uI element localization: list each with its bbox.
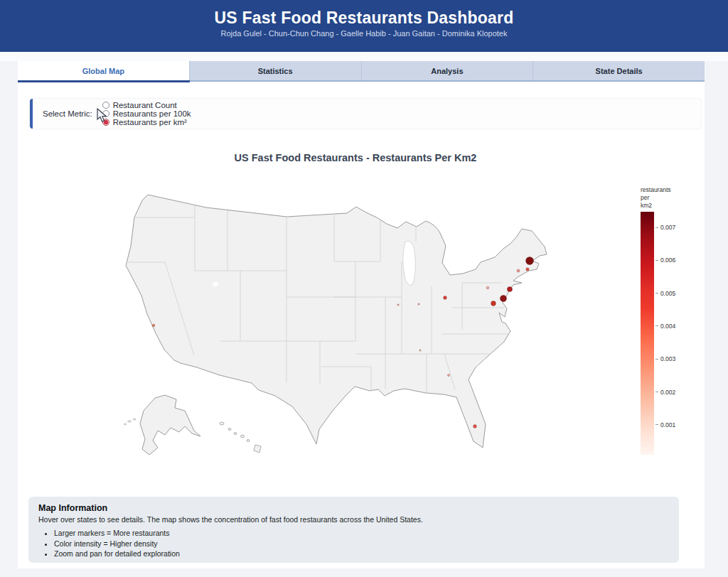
us-map-chart[interactable] xyxy=(121,176,629,469)
colorbar-tick: 0.003 xyxy=(655,355,675,362)
map-information-description: Hover over states to see details. The ma… xyxy=(38,515,669,524)
colorbar-tick: 0.006 xyxy=(655,257,675,264)
radio-unselected-icon[interactable] xyxy=(102,102,109,109)
colorbar-tick: 0.007 xyxy=(655,224,675,231)
tab-state-details[interactable]: State Details xyxy=(533,61,705,80)
map-information-title: Map Information xyxy=(38,503,669,513)
radio-label: Restaurants per 100k xyxy=(113,109,191,118)
colorbar-title-line: km2 xyxy=(641,202,671,210)
map-chart-title: US Fast Food Restaurants - Restaurants P… xyxy=(92,152,619,163)
marker-maryland-dc[interactable] xyxy=(491,301,496,306)
metric-selector: Select Metric: Restaurant CountRestauran… xyxy=(30,99,701,129)
colorbar-tick: 0.001 xyxy=(655,421,675,428)
marker-massachusetts-boston[interactable] xyxy=(526,257,534,265)
colorbar-gradient xyxy=(641,212,654,455)
great-salt-lake xyxy=(213,282,218,286)
dashboard-authors: Rojda Gulel - Chun-Chun Chang - Gaelle H… xyxy=(0,29,728,38)
colorbar-title: restaurantsperkm2 xyxy=(641,186,671,210)
map-info-bullet: Zoom and pan for detailed exploration xyxy=(54,549,669,558)
marker-connecticut[interactable] xyxy=(517,269,520,272)
map-info-bullet: Larger markers = More restaurants xyxy=(54,529,669,537)
hawaii-islands[interactable] xyxy=(220,422,261,453)
tab-statistics[interactable]: Statistics xyxy=(190,61,362,80)
us-map-outline[interactable] xyxy=(126,195,547,448)
radio-unselected-icon[interactable] xyxy=(102,110,109,117)
marker-ohio[interactable] xyxy=(444,296,447,300)
map-information-panel: Map Information Hover over states to see… xyxy=(28,497,679,563)
colorbar-tick: 0.002 xyxy=(655,389,675,396)
marker-georgia[interactable] xyxy=(448,374,450,377)
marker-illinois[interactable] xyxy=(397,304,399,306)
radio-label: Restaurants per km² xyxy=(113,118,187,126)
marker-pennsylvania[interactable] xyxy=(486,286,489,289)
colorbar-tick: 0.004 xyxy=(655,323,675,330)
aleutian-islands xyxy=(124,419,136,425)
colorbar-title-line: restaurants xyxy=(641,186,671,194)
radio-label: Restaurant Count xyxy=(113,101,177,109)
metric-radio-group: Restaurant CountRestaurants per 100kRest… xyxy=(102,101,203,126)
map-info-bullet: Color intensity = Higher density xyxy=(54,539,669,548)
marker-rhode-island[interactable] xyxy=(526,268,529,271)
marker-new-jersey[interactable] xyxy=(500,295,506,301)
marker-tennessee[interactable] xyxy=(419,350,421,351)
marker-california[interactable] xyxy=(152,324,155,327)
colorbar-tick: 0.005 xyxy=(655,290,675,297)
marker-indiana[interactable] xyxy=(418,303,419,305)
radio-restaurants-per-km-[interactable]: Restaurants per km² xyxy=(102,118,191,126)
dashboard-title: US Fast Food Restaurants Dashboard xyxy=(0,9,728,28)
tab-bar: Global MapStatisticsAnalysisState Detail… xyxy=(18,61,705,82)
map-information-bullets: Larger markers = More restaurantsColor i… xyxy=(38,529,669,558)
marker-florida[interactable] xyxy=(473,425,477,428)
radio-restaurants-per-100k[interactable]: Restaurants per 100k xyxy=(102,109,191,118)
tab-analysis[interactable]: Analysis xyxy=(362,61,534,80)
radio-selected-icon[interactable] xyxy=(102,119,109,126)
metric-selector-label: Select Metric: xyxy=(43,109,92,118)
tab-global-map[interactable]: Global Map xyxy=(18,61,190,80)
radio-restaurant-count[interactable]: Restaurant Count xyxy=(102,101,191,109)
colorbar-legend: restaurantsperkm2 0.0070.0060.0050.0040.… xyxy=(638,186,700,467)
alaska-outline[interactable] xyxy=(140,395,200,455)
marker-new-york[interactable] xyxy=(507,286,512,291)
header-gap xyxy=(0,52,728,61)
header-banner: US Fast Food Restaurants Dashboard Rojda… xyxy=(0,0,728,52)
colorbar-title-line: per xyxy=(641,194,671,202)
